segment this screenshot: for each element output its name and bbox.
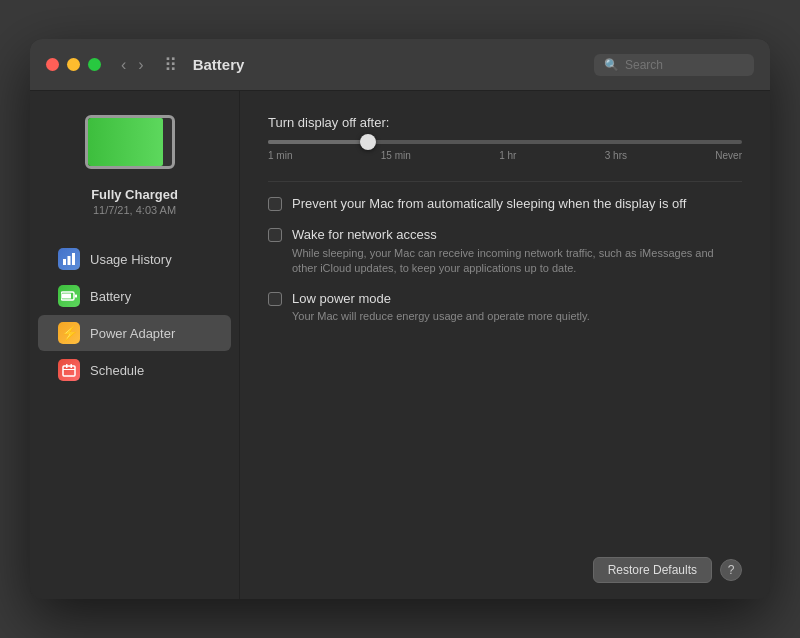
slider-label-3hrs: 3 hrs	[605, 150, 627, 161]
slider-label-1min: 1 min	[268, 150, 292, 161]
search-icon: 🔍	[604, 58, 619, 72]
battery-label: Fully Charged	[91, 187, 178, 202]
sidebar-item-label-battery: Battery	[90, 289, 131, 304]
main-window: ‹ › ⠿ Battery 🔍 Fully Charged 11/7/21, 4…	[30, 39, 770, 599]
option-wake-network: Wake for network access While sleeping, …	[268, 227, 742, 277]
minimize-button[interactable]	[67, 58, 80, 71]
wake-network-checkbox[interactable]	[268, 228, 282, 242]
usage-history-icon	[58, 248, 80, 270]
low-power-main-text: Low power mode	[292, 291, 590, 308]
low-power-text-container: Low power mode Your Mac will reduce ener…	[292, 291, 590, 325]
prevent-sleep-checkbox[interactable]	[268, 197, 282, 211]
battery-status: Fully Charged 11/7/21, 4:03 AM	[91, 187, 178, 216]
slider-track-filled	[268, 140, 372, 144]
slider-thumb[interactable]	[360, 134, 376, 150]
sidebar: Fully Charged 11/7/21, 4:03 AM Usage His…	[30, 91, 240, 599]
prevent-sleep-text-container: Prevent your Mac from automatically slee…	[292, 196, 686, 213]
battery-nav-icon	[58, 285, 80, 307]
battery-icon-container	[85, 115, 185, 175]
prevent-sleep-main-text: Prevent your Mac from automatically slee…	[292, 196, 686, 213]
grid-icon: ⠿	[164, 54, 177, 76]
slider-label-never: Never	[715, 150, 742, 161]
titlebar: ‹ › ⠿ Battery 🔍	[30, 39, 770, 91]
slider-section: Turn display off after: 1 min 15 min 1 h…	[268, 115, 742, 161]
sidebar-nav: Usage History Battery ⚡	[30, 240, 239, 389]
svg-rect-0	[63, 259, 66, 265]
maximize-button[interactable]	[88, 58, 101, 71]
close-button[interactable]	[46, 58, 59, 71]
search-box[interactable]: 🔍	[594, 54, 754, 76]
wake-network-sub-text: While sleeping, your Mac can receive inc…	[292, 246, 722, 277]
bottom-bar: Restore Defaults ?	[268, 545, 742, 583]
slider-label-1hr: 1 hr	[499, 150, 516, 161]
window-controls	[46, 58, 101, 71]
low-power-checkbox[interactable]	[268, 292, 282, 306]
battery-fill	[88, 118, 164, 166]
option-prevent-sleep: Prevent your Mac from automatically slee…	[268, 196, 742, 213]
svg-rect-7	[66, 364, 68, 368]
back-button[interactable]: ‹	[117, 55, 130, 75]
sidebar-item-power-adapter[interactable]: ⚡ Power Adapter	[38, 315, 231, 351]
right-panel: Turn display off after: 1 min 15 min 1 h…	[240, 91, 770, 599]
svg-rect-1	[68, 256, 71, 265]
slider-track	[268, 140, 742, 144]
slider-labels: 1 min 15 min 1 hr 3 hrs Never	[268, 150, 742, 161]
help-button[interactable]: ?	[720, 559, 742, 581]
sidebar-item-label-power: Power Adapter	[90, 326, 175, 341]
schedule-icon	[58, 359, 80, 381]
forward-button[interactable]: ›	[134, 55, 147, 75]
slider-label-15min: 15 min	[381, 150, 411, 161]
svg-rect-4	[62, 294, 71, 299]
sidebar-item-schedule[interactable]: Schedule	[38, 352, 231, 388]
slider-label: Turn display off after:	[268, 115, 742, 130]
svg-rect-9	[63, 369, 75, 370]
svg-rect-5	[75, 295, 77, 298]
slider-track-container[interactable]	[268, 140, 742, 144]
battery-date: 11/7/21, 4:03 AM	[91, 204, 178, 216]
svg-rect-2	[72, 253, 75, 265]
wake-network-text-container: Wake for network access While sleeping, …	[292, 227, 722, 277]
sidebar-item-label-usage: Usage History	[90, 252, 172, 267]
power-adapter-icon: ⚡	[58, 322, 80, 344]
svg-rect-6	[63, 366, 75, 376]
nav-arrows: ‹ ›	[117, 55, 148, 75]
search-input[interactable]	[625, 58, 735, 72]
main-content: Fully Charged 11/7/21, 4:03 AM Usage His…	[30, 91, 770, 599]
option-low-power: Low power mode Your Mac will reduce ener…	[268, 291, 742, 325]
sidebar-item-battery[interactable]: Battery	[38, 278, 231, 314]
battery-body	[85, 115, 175, 169]
wake-network-main-text: Wake for network access	[292, 227, 722, 244]
low-power-sub-text: Your Mac will reduce energy usage and op…	[292, 309, 590, 324]
svg-rect-8	[71, 364, 73, 368]
sidebar-item-usage-history[interactable]: Usage History	[38, 241, 231, 277]
sidebar-item-label-schedule: Schedule	[90, 363, 144, 378]
window-title: Battery	[193, 56, 582, 73]
divider	[268, 181, 742, 182]
restore-defaults-button[interactable]: Restore Defaults	[593, 557, 712, 583]
